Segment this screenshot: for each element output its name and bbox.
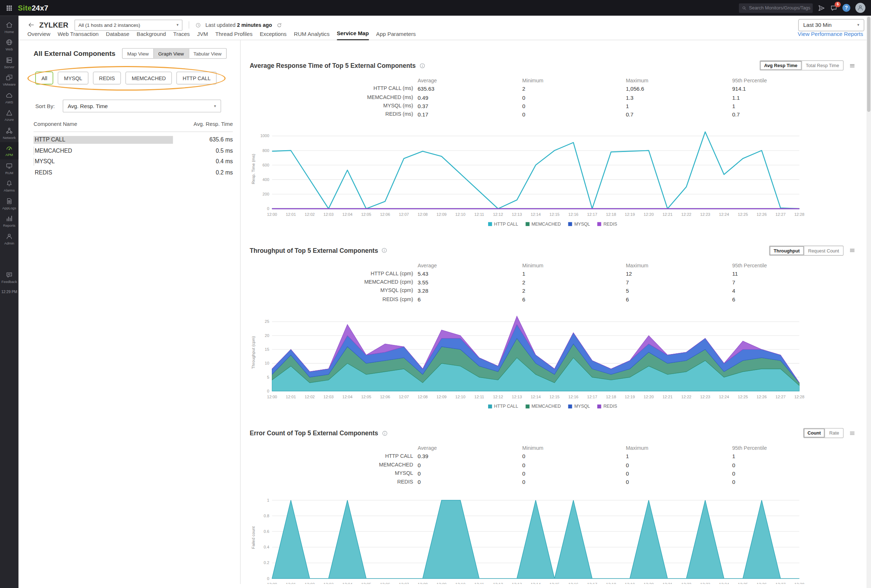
- sidebar-item-admin[interactable]: Admin: [0, 230, 18, 248]
- sidebar-item-home[interactable]: Home: [0, 18, 18, 36]
- stat-row-label: HTTP CALL (ms): [250, 85, 418, 93]
- tab-traces[interactable]: Traces: [173, 31, 190, 40]
- sidebar-item-aws[interactable]: AWS: [0, 89, 18, 107]
- chart-canvas[interactable]: 00.20.40.60.8112:0012:0112:0212:0312:041…: [250, 491, 820, 584]
- filter-chip-mysql[interactable]: MYSQL: [58, 72, 88, 84]
- stat-row-label: HTTP CALL (cpm): [250, 270, 418, 278]
- stat-value: 0.17: [418, 110, 522, 119]
- chart-canvas[interactable]: 0200400600800100012:0012:0112:0212:0312:…: [250, 123, 820, 219]
- apps-grid-icon[interactable]: [6, 4, 13, 12]
- legend-item-http-call[interactable]: HTTP CALL: [488, 221, 518, 226]
- component-row-mysql[interactable]: MYSQL0.4 ms: [34, 156, 233, 167]
- stat-value: 0: [732, 469, 855, 478]
- svg-text:12:28: 12:28: [795, 212, 805, 216]
- svg-text:12:05: 12:05: [361, 395, 371, 399]
- sidebar-item-applogs[interactable]: AppLogs: [0, 195, 18, 213]
- hosts-dropdown[interactable]: All (1 hosts and 2 instances) ▾: [75, 19, 183, 30]
- site24x7-logo[interactable]: Site24x7: [18, 4, 48, 12]
- chart-menu-icon[interactable]: [849, 248, 855, 254]
- bar-chart-icon: [6, 215, 13, 222]
- toggle-request-count[interactable]: Request Count: [804, 246, 843, 255]
- tab-service-map[interactable]: Service Map: [337, 30, 369, 40]
- sidebar-item-server[interactable]: Server: [0, 54, 18, 72]
- chart-canvas[interactable]: 051015202512:0012:0112:0212:0312:0412:05…: [250, 308, 820, 402]
- sidebar-item-azure[interactable]: Azure: [0, 107, 18, 124]
- filter-chip-all[interactable]: All: [35, 72, 53, 84]
- legend-item-memcached[interactable]: MEMCACHED: [525, 221, 561, 226]
- info-icon[interactable]: [382, 248, 388, 254]
- sort-row: Sort By: Avg. Resp. Time ▾: [34, 100, 229, 112]
- stat-value: 0: [418, 469, 522, 478]
- legend-swatch: [525, 222, 530, 226]
- component-row-http-call[interactable]: HTTP CALL635.6 ms: [34, 134, 233, 145]
- view-button-map-view[interactable]: Map View: [123, 49, 153, 58]
- legend-label: MYSQL: [574, 404, 590, 409]
- filter-chip-memcached[interactable]: MEMCACHED: [126, 72, 172, 84]
- tab-database[interactable]: Database: [106, 31, 130, 40]
- sidebar-item-web[interactable]: Web: [0, 36, 18, 54]
- stat-row-label: MYSQL: [250, 469, 418, 478]
- stat-value: 1: [626, 101, 732, 110]
- stat-value: 3.55: [418, 278, 522, 287]
- back-button[interactable]: [28, 21, 35, 29]
- toggle-avg-resp-time[interactable]: Avg Resp Time: [760, 61, 801, 70]
- legend-item-mysql[interactable]: MYSQL: [568, 404, 590, 409]
- info-icon[interactable]: [382, 430, 388, 436]
- component-row-redis[interactable]: REDIS0.2 ms: [34, 167, 233, 178]
- filter-chip-http-call[interactable]: HTTP CALL: [177, 72, 217, 84]
- sort-by-dropdown[interactable]: Avg. Resp. Time ▾: [63, 100, 221, 112]
- view-button-graph-view[interactable]: Graph View: [153, 49, 189, 58]
- view-performance-reports-link[interactable]: View Performance Reports: [798, 31, 863, 40]
- global-search[interactable]: [739, 3, 813, 12]
- toggle-throughput[interactable]: Throughput: [770, 246, 804, 255]
- document-icon: [6, 197, 13, 204]
- chat-icon[interactable]: 6: [830, 4, 837, 12]
- time-range-dropdown[interactable]: Last 30 Min ▾: [798, 19, 864, 31]
- sidebar-item-alarms[interactable]: Alarms: [0, 177, 18, 195]
- send-icon[interactable]: [818, 4, 825, 12]
- sidebar-item-apm[interactable]: APM: [0, 142, 18, 160]
- refresh-icon[interactable]: [277, 22, 282, 28]
- sidebar-item-feedback[interactable]: Feedback: [0, 269, 18, 287]
- svg-text:12:10: 12:10: [455, 582, 465, 584]
- help-icon[interactable]: ?: [843, 4, 850, 12]
- component-row-memcached[interactable]: MEMCACHED0.5 ms: [34, 145, 233, 156]
- legend-item-mysql[interactable]: MYSQL: [568, 221, 590, 226]
- legend-item-redis[interactable]: REDIS: [597, 221, 617, 226]
- vertical-scrollbar[interactable]: [867, 16, 871, 588]
- sidebar-item-rum[interactable]: RUM: [0, 160, 18, 178]
- svg-text:12:26: 12:26: [757, 212, 767, 216]
- tab-thread-profiles[interactable]: Thread Profiles: [215, 31, 252, 40]
- tab-web-transaction[interactable]: Web Transaction: [58, 31, 99, 40]
- legend-item-http-call[interactable]: HTTP CALL: [488, 404, 518, 409]
- search-input[interactable]: [749, 5, 811, 10]
- toggle-rate[interactable]: Rate: [825, 428, 843, 437]
- sidebar-item-reports[interactable]: Reports: [0, 212, 18, 230]
- view-button-tabular-view[interactable]: Tabular View: [189, 49, 226, 58]
- toggle-total-resp-time[interactable]: Total Resp Time: [801, 61, 843, 70]
- svg-text:12:20: 12:20: [644, 395, 654, 399]
- tab-overview[interactable]: Overview: [28, 31, 51, 40]
- tab-exceptions[interactable]: Exceptions: [260, 31, 287, 40]
- chart-menu-icon[interactable]: [849, 430, 855, 436]
- stat-value: 2: [522, 85, 626, 93]
- scrollbar-thumb[interactable]: [867, 17, 870, 112]
- stat-value: 0: [418, 478, 522, 487]
- stat-value: 2: [522, 287, 626, 295]
- legend-item-redis[interactable]: REDIS: [597, 404, 617, 409]
- chart-menu-icon[interactable]: [849, 63, 855, 69]
- legend-label: MYSQL: [574, 221, 590, 226]
- legend-item-memcached[interactable]: MEMCACHED: [525, 404, 561, 409]
- info-icon[interactable]: [419, 63, 425, 69]
- user-avatar[interactable]: [855, 3, 865, 13]
- tab-app-parameters[interactable]: App Parameters: [376, 31, 416, 40]
- sidebar-item-network[interactable]: Network: [0, 124, 18, 142]
- sidebar-item-vmware[interactable]: VMware: [0, 72, 18, 89]
- tab-jvm[interactable]: JVM: [197, 31, 208, 40]
- tab-background[interactable]: Background: [137, 31, 166, 40]
- sidebar-item-label: AppLogs: [2, 206, 16, 210]
- filter-chip-redis[interactable]: REDIS: [93, 72, 121, 84]
- chart-legend: HTTP CALLMEMCACHEDMYSQLREDIS: [250, 404, 855, 409]
- toggle-count[interactable]: Count: [804, 428, 825, 437]
- tab-rum-analytics[interactable]: RUM Analytics: [294, 31, 329, 40]
